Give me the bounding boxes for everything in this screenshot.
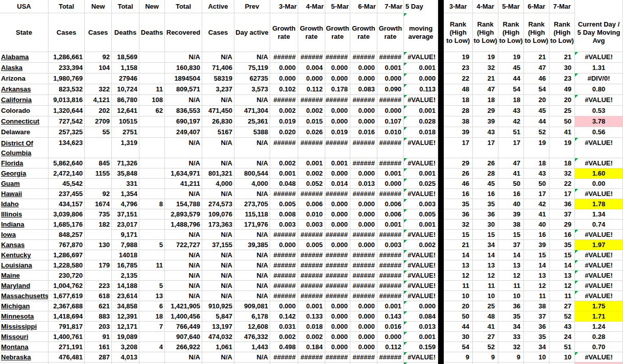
cell-growth-4mar[interactable]: 0.026: [298, 127, 325, 138]
cell-prev-day-active[interactable]: N/A: [234, 52, 270, 63]
cell-new-deaths[interactable]: [139, 271, 165, 281]
cell-rank-6mar[interactable]: 46: [524, 74, 549, 84]
cell-rank-7mar[interactable]: 14: [549, 260, 575, 271]
cell-growth-5mar[interactable]: ######: [325, 291, 350, 301]
cell-total-cases[interactable]: 257,325: [49, 127, 85, 138]
cell-rank-6mar[interactable]: 36: [524, 322, 549, 332]
cell-total-recovered[interactable]: N/A: [165, 281, 202, 291]
cell-growth-3mar[interactable]: 0.048: [270, 179, 298, 189]
cell-growth-4mar[interactable]: ######: [298, 260, 325, 271]
cell-prev-day-active[interactable]: 115,118: [234, 209, 270, 220]
cell-moving-avg-5day[interactable]: 0.001: [404, 220, 438, 230]
cell-current-vs-avg[interactable]: 0.00: [575, 179, 623, 189]
cell-rank-3mar[interactable]: 20: [444, 301, 473, 311]
cell-state[interactable]: Maryland: [0, 281, 49, 291]
cell-new-cases[interactable]: 55: [85, 127, 112, 138]
cell-total-deaths[interactable]: 331: [112, 179, 139, 189]
cell-new-deaths[interactable]: [139, 127, 165, 138]
cell-state[interactable]: Montana: [0, 342, 49, 352]
cell-total-cases[interactable]: 230,720: [49, 271, 85, 281]
cell-growth-6mar[interactable]: ######: [350, 250, 377, 260]
cell-moving-avg-5day[interactable]: 0.028: [404, 116, 438, 127]
cell-growth-3mar[interactable]: ######: [270, 260, 298, 271]
cell-growth-3mar[interactable]: 0.142: [270, 311, 298, 322]
cell-total-cases[interactable]: 1,677,619: [49, 291, 85, 301]
cell-prev-day-active[interactable]: 5388: [234, 127, 270, 138]
cell-total-cases[interactable]: 1,980,769: [49, 74, 85, 84]
cell-growth-7mar[interactable]: 0.090: [377, 84, 404, 95]
cell-moving-avg-5day[interactable]: 0.001: [404, 63, 438, 74]
cell-active-cases[interactable]: N/A: [202, 138, 234, 158]
cell-total-recovered[interactable]: 266,922: [165, 342, 202, 352]
cell-moving-avg-5day[interactable]: 0.013: [404, 322, 438, 332]
cell-total-deaths[interactable]: 10515: [112, 116, 139, 127]
cell-current-vs-avg[interactable]: #VALUE!: [575, 291, 623, 301]
cell-total-cases[interactable]: 1,286,697: [49, 250, 85, 260]
cell-growth-7mar[interactable]: 0.143: [377, 311, 404, 322]
cell-rank-3mar[interactable]: 21: [444, 240, 473, 250]
cell-current-vs-avg[interactable]: 1.75: [575, 301, 623, 311]
cell-rank-7mar[interactable]: 11: [549, 291, 575, 301]
cell-growth-6mar[interactable]: ######: [350, 352, 377, 362]
cell-growth-3mar[interactable]: 0.002: [270, 158, 298, 168]
cell-total-cases[interactable]: 1,418,694: [49, 311, 85, 322]
cell-prev-day-active[interactable]: N/A: [234, 189, 270, 199]
cell-active-cases[interactable]: 58319: [202, 74, 234, 84]
cell-growth-5mar[interactable]: 0.000: [325, 332, 350, 342]
cell-rank-4mar[interactable]: 16: [473, 189, 498, 199]
cell-growth-6mar[interactable]: ######: [350, 158, 377, 168]
cell-growth-5mar[interactable]: 0.000: [325, 63, 350, 74]
cell-new-deaths[interactable]: [139, 220, 165, 230]
cell-rank-4mar[interactable]: 35: [473, 199, 498, 209]
cell-total-cases[interactable]: 727,542: [49, 116, 85, 127]
cell-total-deaths[interactable]: 37,151: [112, 209, 139, 220]
cell-total-deaths[interactable]: 12,391: [112, 311, 139, 322]
cell-rank-4mar[interactable]: 10: [473, 291, 498, 301]
cell-moving-avg-5day[interactable]: 0.001: [404, 168, 438, 179]
cell-current-vs-avg[interactable]: #VALUE!: [575, 95, 623, 106]
cell-rank-3mar[interactable]: 14: [444, 250, 473, 260]
cell-moving-avg-5day[interactable]: 0.084: [404, 311, 438, 322]
cell-new-cases[interactable]: [85, 230, 112, 240]
cell-total-cases[interactable]: 134,623: [49, 138, 85, 158]
cell-growth-4mar[interactable]: ######: [298, 230, 325, 240]
cell-growth-4mar[interactable]: ######: [298, 250, 325, 260]
cell-rank-4mar[interactable]: 30: [473, 220, 498, 230]
cell-moving-avg-5day[interactable]: #VALUE!: [404, 138, 438, 158]
cell-new-deaths[interactable]: 13: [139, 291, 165, 301]
cell-rank-7mar[interactable]: 19: [549, 138, 575, 158]
cell-new-deaths[interactable]: [139, 332, 165, 342]
cell-rank-5mar[interactable]: 17: [498, 138, 524, 158]
cell-total-recovered[interactable]: N/A: [165, 250, 202, 260]
cell-new-cases[interactable]: 182: [85, 220, 112, 230]
cell-rank-3mar[interactable]: 38: [444, 116, 473, 127]
cell-rank-7mar[interactable]: 35: [549, 240, 575, 250]
cell-growth-5mar[interactable]: 0.000: [325, 301, 350, 311]
cell-total-recovered[interactable]: N/A: [165, 271, 202, 281]
cell-state[interactable]: Maine: [0, 271, 49, 281]
cell-rank-6mar[interactable]: 41: [524, 209, 549, 220]
cell-active-cases[interactable]: N/A: [202, 281, 234, 291]
cell-new-deaths[interactable]: [139, 63, 165, 74]
cell-moving-avg-5day[interactable]: 0.001: [404, 106, 438, 116]
cell-state[interactable]: Hawaii: [0, 189, 49, 199]
cell-rank-7mar[interactable]: 30: [549, 63, 575, 74]
cell-state[interactable]: Georgia: [0, 168, 49, 179]
cell-moving-avg-5day[interactable]: #VALUE!: [404, 158, 438, 168]
cell-growth-7mar[interactable]: ######: [377, 95, 404, 106]
cell-rank-6mar[interactable]: 14: [524, 260, 549, 271]
cell-growth-7mar[interactable]: ######: [377, 138, 404, 158]
cell-state[interactable]: Guam: [0, 179, 49, 189]
cell-active-cases[interactable]: 274,573: [202, 199, 234, 209]
cell-total-recovered[interactable]: N/A: [165, 52, 202, 63]
cell-current-vs-avg[interactable]: 0.80: [575, 84, 623, 95]
cell-growth-5mar[interactable]: 0.001: [325, 158, 350, 168]
cell-rank-7mar[interactable]: 18: [549, 158, 575, 168]
cell-moving-avg-5day[interactable]: #VALUE!: [404, 250, 438, 260]
cell-new-cases[interactable]: 92: [85, 52, 112, 63]
cell-rank-5mar[interactable]: 34: [498, 322, 524, 332]
cell-total-cases[interactable]: 1,228,580: [49, 260, 85, 271]
cell-current-vs-avg[interactable]: #VALUE!: [575, 271, 623, 281]
cell-new-deaths[interactable]: [139, 74, 165, 84]
cell-prev-day-active[interactable]: N/A: [234, 281, 270, 291]
